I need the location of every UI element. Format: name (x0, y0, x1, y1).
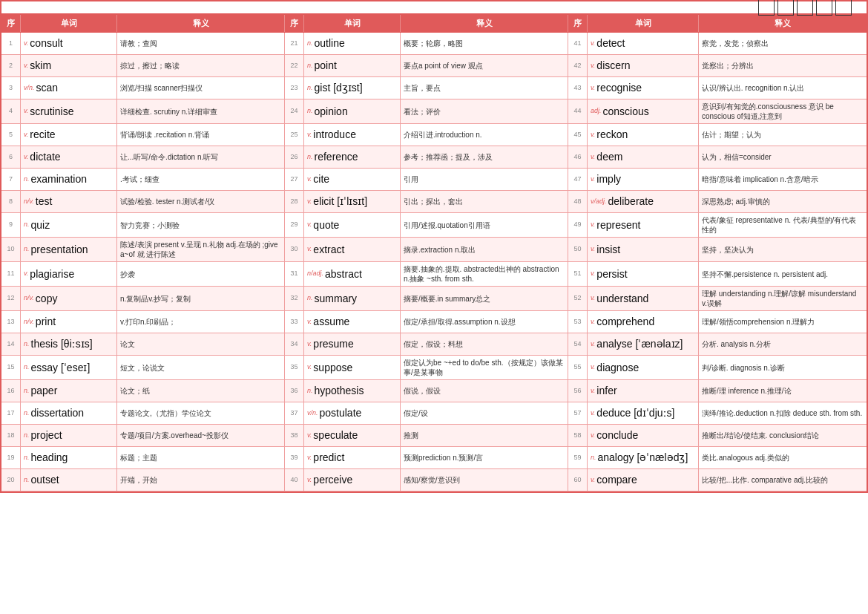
cell-def-43: 短文，论说文 (117, 356, 285, 379)
word-text: abstract (325, 267, 362, 281)
table-row: 4 v. scrutinise 详细检查. scrutiny n.详细审查 24… (1, 99, 867, 124)
word-text: examination (31, 172, 88, 186)
cell-num-19: 7 (1, 169, 21, 190)
pos-tag: v. (24, 107, 28, 116)
cell-num-15: 45 (568, 124, 588, 146)
cell-def-15: 估计；期望；认为 (699, 124, 867, 146)
column-headers: 序 单词 释义 序 单词 释义 序 单词 释义 (1, 15, 867, 33)
pos-tag: v. (591, 84, 595, 93)
cell-word-6: v. discern (588, 55, 699, 76)
word-text: outset (31, 473, 59, 486)
cell-def-53: 推测 (401, 425, 568, 446)
cell-def-57: 类比.analogous adj.类似的 (699, 447, 867, 468)
word-text: conscious (603, 105, 649, 118)
cell-def-33: 坚持不懈.persistence n. persistent adj. (699, 262, 867, 286)
cell-def-37: v.打印n.印刷品； (117, 311, 285, 333)
cell-num-49: 17 (1, 402, 21, 424)
cell-num-2: 21 (285, 33, 304, 54)
cell-word-25: n. quiz (21, 213, 117, 237)
word-text: perceive (313, 473, 352, 486)
cell-def-5: 要点a point of view 观点 (401, 55, 568, 76)
cell-word-52: n. project (21, 425, 117, 446)
cell-word-43: n. essay [ˈeseɪ] (21, 356, 117, 379)
cell-def-47: 假说，假设 (401, 380, 568, 402)
cell-def-27: 代表/象征 representative n. 代表/典型的/有代表性的 (699, 213, 867, 237)
cell-num-13: 5 (1, 124, 21, 146)
word-text: thesis [θiːsɪs] (31, 337, 93, 350)
cell-word-47: n. hypothesis (304, 380, 401, 402)
word-text: deem (596, 150, 622, 163)
cell-def-52: 专题/项目/方案.overhead~投影仪 (117, 425, 285, 446)
col-header-seq3: 序 (568, 15, 588, 32)
cell-word-31: v. plagiarise (21, 262, 117, 286)
cell-num-24: 48 (568, 191, 588, 212)
word-text: print (36, 315, 56, 328)
cell-num-12: 44 (568, 99, 588, 123)
col-header-seq1: 序 (1, 15, 21, 32)
date-area (754, 0, 852, 16)
word-text: deliberate (608, 195, 654, 208)
cell-word-4: v. skim (21, 55, 117, 76)
cell-def-16: 让...听写/命令.dictation n.听写 (117, 146, 285, 168)
pos-tag: v. (307, 318, 312, 327)
cell-word-26: v. quote (304, 213, 401, 237)
cell-def-4: 掠过，擦过；略读 (117, 55, 285, 76)
cell-num-1: 1 (1, 33, 21, 54)
cell-def-50: 假定/设 (401, 402, 568, 424)
pos-tag: v. (307, 431, 312, 440)
pos-tag: n. (24, 409, 30, 418)
cell-word-30: v. insist (588, 238, 699, 261)
pos-tag: v. (591, 175, 595, 184)
cell-num-32: 31 (285, 262, 304, 286)
word-text: infer (596, 384, 617, 397)
pos-tag: v. (591, 270, 595, 278)
cell-word-9: v. recognise (588, 77, 699, 99)
pos-tag: v. (591, 409, 595, 418)
cell-num-4: 2 (1, 55, 21, 76)
pos-tag: n. (307, 39, 313, 48)
cell-word-58: n. outset (21, 469, 117, 491)
pos-tag: n/v. (24, 197, 34, 206)
table-row: 17 n. dissertation 专题论文,（尤指）学位论文 37 v/n.… (1, 402, 867, 425)
pos-tag: v. (307, 197, 312, 206)
cell-num-43: 15 (1, 356, 21, 379)
cell-def-32: 摘要.抽象的.提取. abstracted出神的 abstraction n.抽… (401, 262, 568, 286)
pos-tag: n. (307, 294, 313, 303)
word-text: point (315, 59, 337, 72)
word-text: speculate (313, 428, 358, 442)
cell-def-49: 专题论文,（尤指）学位论文 (117, 402, 285, 424)
col-header-def2: 释义 (401, 15, 568, 32)
word-text: understand (596, 292, 648, 305)
word-text: skim (30, 59, 51, 72)
cell-num-30: 50 (568, 238, 588, 261)
cell-num-22: 8 (1, 191, 21, 212)
cell-def-48: 推断/理 inference n.推理/论 (699, 380, 867, 402)
pos-tag: n. (307, 62, 313, 71)
pos-tag: n. (24, 476, 30, 485)
cell-num-48: 56 (568, 380, 588, 402)
word-text: persist (596, 267, 627, 281)
pos-tag: v. (591, 363, 595, 372)
cell-def-51: 演绎/推论.deduction n.扣除 deduce sth. from st… (699, 402, 867, 424)
col-header-def1: 释义 (117, 15, 285, 32)
cell-word-56: v. predict (304, 447, 401, 468)
table-row: 15 n. essay [ˈeseɪ] 短文，论说文 35 v. suppose… (1, 356, 867, 380)
cell-word-2: n. outline (304, 33, 401, 54)
cell-word-40: n. thesis [θiːsɪs] (21, 333, 117, 355)
cell-word-7: v/n. scan (21, 77, 117, 99)
cell-def-40: 论文 (117, 333, 285, 355)
pos-tag: v. (307, 221, 312, 229)
word-text: copy (36, 292, 58, 305)
cell-num-51: 57 (568, 402, 588, 424)
col-header-seq2: 序 (285, 15, 304, 32)
cell-word-10: v. scrutinise (21, 99, 117, 123)
cell-num-29: 30 (285, 238, 304, 261)
pos-tag: v. (591, 340, 595, 349)
cell-word-14: v. introduce (304, 124, 401, 146)
cell-num-37: 13 (1, 311, 21, 333)
table-body: 1 v. consult 请教；查阅 21 n. outline 概要；轮廓，略… (1, 33, 867, 491)
cell-word-53: v. speculate (304, 425, 401, 446)
cell-word-22: n/v. test (21, 191, 117, 212)
table-row: 5 v. recite 背诵/朗读 .recitation n.背诵 25 v.… (1, 124, 867, 146)
cell-num-6: 42 (568, 55, 588, 76)
